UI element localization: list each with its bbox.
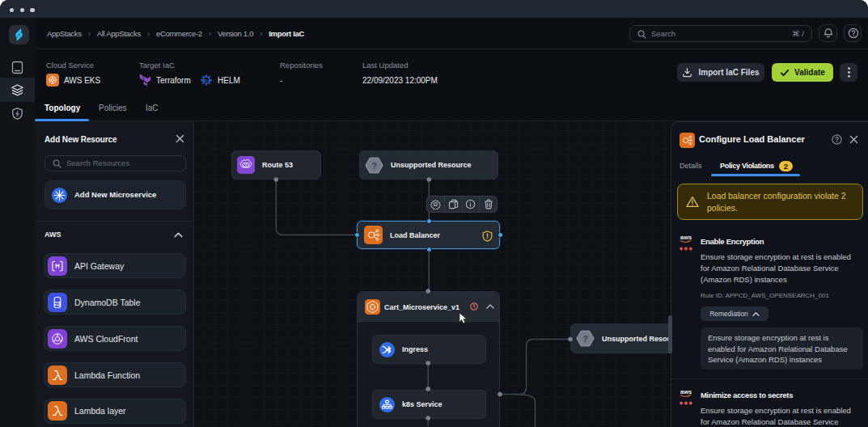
svg-text:?: ? — [582, 334, 588, 344]
svg-text:?: ? — [371, 160, 377, 170]
svg-text:HELM: HELM — [201, 78, 211, 82]
svg-text:aws: aws — [680, 388, 692, 395]
svg-text:aws: aws — [680, 234, 692, 241]
svg-text:53: 53 — [244, 163, 248, 167]
